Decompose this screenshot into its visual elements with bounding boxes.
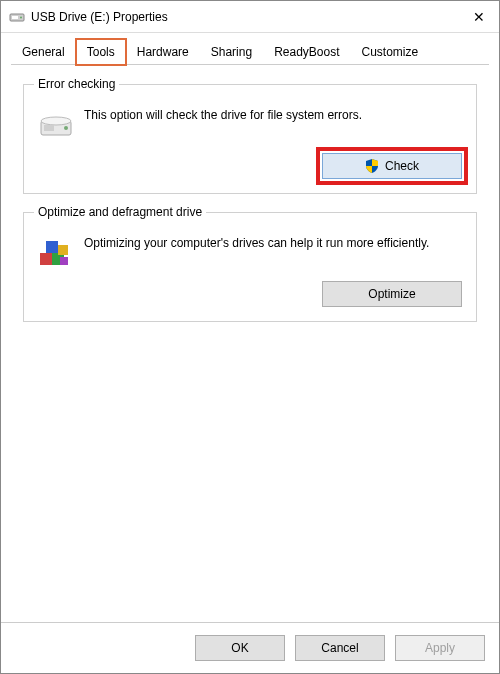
drive-check-icon <box>38 107 74 143</box>
close-button[interactable]: ✕ <box>459 1 499 33</box>
drive-icon <box>9 9 25 25</box>
svg-rect-7 <box>40 253 52 265</box>
tab-tools[interactable]: Tools <box>76 39 126 65</box>
group-label-optimize: Optimize and defragment drive <box>34 205 206 219</box>
apply-button: Apply <box>395 635 485 661</box>
window-title: USB Drive (E:) Properties <box>31 10 459 24</box>
error-checking-description: This option will check the drive for fil… <box>84 107 462 124</box>
group-optimize: Optimize and defragment drive Optimizing… <box>23 212 477 322</box>
ok-button[interactable]: OK <box>195 635 285 661</box>
check-button[interactable]: Check <box>322 153 462 179</box>
optimize-button[interactable]: Optimize <box>322 281 462 307</box>
svg-point-2 <box>20 16 22 18</box>
svg-rect-1 <box>12 16 18 19</box>
tab-general[interactable]: General <box>11 39 76 65</box>
close-icon: ✕ <box>473 9 485 25</box>
defrag-icon <box>38 235 74 271</box>
dialog-footer: OK Cancel Apply <box>1 622 499 673</box>
tab-sharing[interactable]: Sharing <box>200 39 263 65</box>
group-error-checking: Error checking This option will check th… <box>23 84 477 194</box>
check-button-label: Check <box>385 159 419 173</box>
svg-point-4 <box>41 117 71 125</box>
group-label-error-checking: Error checking <box>34 77 119 91</box>
uac-shield-icon <box>365 159 379 173</box>
tab-readyboost[interactable]: ReadyBoost <box>263 39 350 65</box>
svg-rect-9 <box>46 241 58 253</box>
optimize-button-label: Optimize <box>368 287 415 301</box>
svg-rect-11 <box>60 257 68 265</box>
tab-strip: General Tools Hardware Sharing ReadyBoos… <box>1 33 499 65</box>
optimize-description: Optimizing your computer's drives can he… <box>84 235 462 252</box>
tab-panel-tools: Error checking This option will check th… <box>1 66 499 622</box>
tab-customize[interactable]: Customize <box>351 39 430 65</box>
tab-hardware[interactable]: Hardware <box>126 39 200 65</box>
svg-point-6 <box>64 126 68 130</box>
properties-window: USB Drive (E:) Properties ✕ General Tool… <box>0 0 500 674</box>
svg-rect-10 <box>58 245 68 255</box>
svg-rect-5 <box>44 125 54 131</box>
titlebar: USB Drive (E:) Properties ✕ <box>1 1 499 33</box>
cancel-button[interactable]: Cancel <box>295 635 385 661</box>
